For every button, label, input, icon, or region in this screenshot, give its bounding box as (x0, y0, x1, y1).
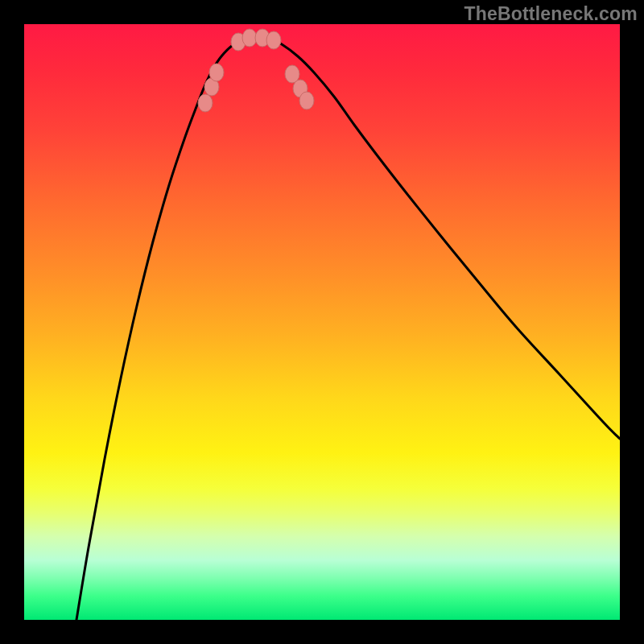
valley-bottom-marker-2 (242, 29, 257, 47)
valley-bottom-marker-4 (266, 31, 281, 49)
bottleneck-curve (76, 38, 620, 620)
left-descent-marker-3 (209, 64, 224, 81)
brand-watermark: TheBottleneck.com (464, 3, 638, 25)
right-ascent-marker-3 (299, 92, 314, 109)
chart-svg (24, 24, 620, 620)
chart-frame: TheBottleneck.com (0, 0, 644, 644)
left-descent-marker-1 (198, 94, 213, 112)
plot-area (24, 24, 620, 620)
